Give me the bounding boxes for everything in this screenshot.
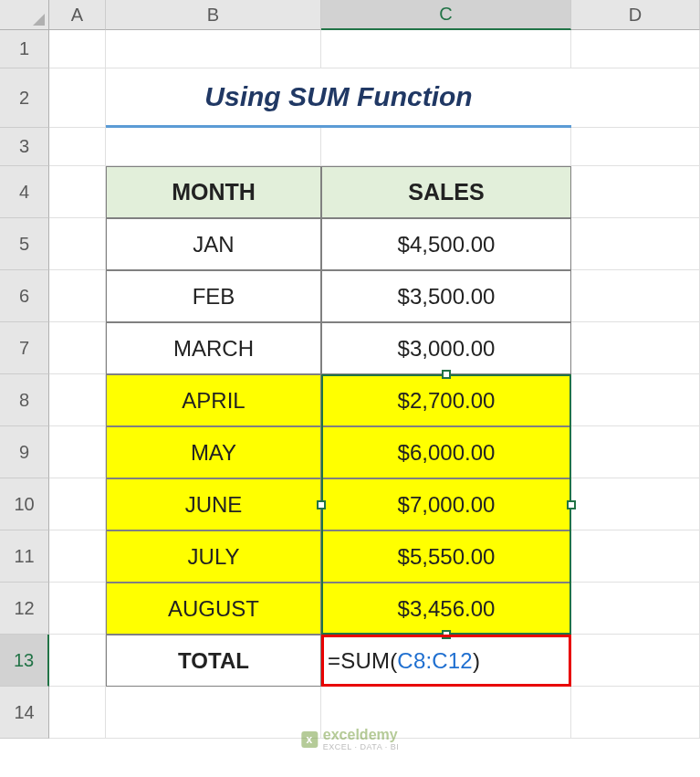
row-headers: 1 2 3 4 5 6 7 8 9 10 11 12 13 14 — [0, 30, 49, 739]
cell-B1[interactable] — [106, 30, 321, 68]
table-row[interactable]: $6,000.00 — [321, 426, 571, 478]
row-header-8[interactable]: 8 — [0, 374, 49, 426]
formula-prefix: =SUM( — [328, 648, 397, 674]
table-row[interactable]: $3,456.00 — [321, 583, 571, 635]
col-header-B[interactable]: B — [106, 0, 321, 30]
row-header-11[interactable]: 11 — [0, 530, 49, 583]
table-header-month[interactable]: MONTH — [106, 166, 321, 218]
formula-suffix: ) — [473, 648, 480, 674]
table-row[interactable]: JUNE — [106, 478, 321, 530]
table-row[interactable]: MARCH — [106, 322, 321, 374]
watermark-tagline: EXCEL · DATA · BI — [323, 743, 399, 751]
cell-D1[interactable] — [571, 30, 700, 68]
table-row[interactable]: FEB — [106, 270, 321, 322]
cell-A12[interactable] — [49, 583, 106, 635]
cell-D5[interactable] — [571, 218, 700, 270]
table-header-sales[interactable]: SALES — [321, 166, 571, 218]
cell-B3[interactable] — [106, 128, 321, 166]
row-header-1[interactable]: 1 — [0, 30, 49, 68]
table-row[interactable]: $3,000.00 — [321, 322, 571, 374]
cell-D11[interactable] — [571, 530, 700, 583]
cell-A5[interactable] — [49, 218, 106, 270]
cell-D2[interactable] — [571, 68, 700, 128]
table-row[interactable]: $7,000.00 — [321, 478, 571, 530]
cell-D8[interactable] — [571, 374, 700, 426]
cell-A9[interactable] — [49, 426, 106, 478]
cell-A11[interactable] — [49, 530, 106, 583]
cell-A3[interactable] — [49, 128, 106, 166]
row-header-13[interactable]: 13 — [0, 635, 49, 687]
title-cell[interactable]: Using SUM Function — [106, 68, 571, 128]
table-row[interactable]: AUGUST — [106, 583, 321, 635]
cell-D6[interactable] — [571, 270, 700, 322]
table-row[interactable]: JAN — [106, 218, 321, 270]
cell-A13[interactable] — [49, 635, 106, 687]
watermark-brand: exceldemy — [323, 727, 398, 742]
cell-A6[interactable] — [49, 270, 106, 322]
col-header-A[interactable]: A — [49, 0, 106, 30]
row-header-6[interactable]: 6 — [0, 270, 49, 322]
row-header-7[interactable]: 7 — [0, 322, 49, 374]
cell-area: Using SUM Function MONTH SALES JAN $4,50… — [49, 30, 700, 739]
row-header-9[interactable]: 9 — [0, 426, 49, 478]
table-row[interactable]: APRIL — [106, 374, 321, 426]
cell-A10[interactable] — [49, 478, 106, 530]
total-label-cell[interactable]: TOTAL — [106, 635, 321, 687]
row-header-14[interactable]: 14 — [0, 687, 49, 739]
cell-D10[interactable] — [571, 478, 700, 530]
cell-C1[interactable] — [321, 30, 571, 68]
cell-A14[interactable] — [49, 687, 106, 739]
col-header-C[interactable]: C — [321, 0, 571, 30]
cell-A4[interactable] — [49, 166, 106, 218]
cell-D7[interactable] — [571, 322, 700, 374]
cell-A8[interactable] — [49, 374, 106, 426]
col-header-D[interactable]: D — [571, 0, 700, 30]
row-header-10[interactable]: 10 — [0, 478, 49, 530]
table-row[interactable]: $4,500.00 — [321, 218, 571, 270]
row-header-3[interactable]: 3 — [0, 128, 49, 166]
row-header-4[interactable]: 4 — [0, 166, 49, 218]
table-row[interactable]: JULY — [106, 530, 321, 583]
row-header-12[interactable]: 12 — [0, 583, 49, 635]
cell-A7[interactable] — [49, 322, 106, 374]
cell-D12[interactable] — [571, 583, 700, 635]
cell-C3[interactable] — [321, 128, 571, 166]
formula-cell[interactable]: =SUM(C8:C12) — [321, 635, 571, 687]
table-row[interactable]: $3,500.00 — [321, 270, 571, 322]
cell-D13[interactable] — [571, 635, 700, 687]
cell-D4[interactable] — [571, 166, 700, 218]
cell-B14[interactable] — [106, 687, 321, 739]
select-all-corner[interactable] — [0, 0, 49, 30]
cell-D3[interactable] — [571, 128, 700, 166]
row-header-5[interactable]: 5 — [0, 218, 49, 270]
table-row[interactable]: $2,700.00 — [321, 374, 571, 426]
cell-D14[interactable] — [571, 687, 700, 739]
cell-D9[interactable] — [571, 426, 700, 478]
logo-icon: x — [301, 731, 318, 748]
column-headers: A B C D — [49, 0, 700, 30]
table-row[interactable]: MAY — [106, 426, 321, 478]
row-header-2[interactable]: 2 — [0, 68, 49, 128]
table-row[interactable]: $5,550.00 — [321, 530, 571, 583]
cell-A2[interactable] — [49, 68, 106, 128]
formula-ref: C8:C12 — [397, 648, 473, 674]
watermark: x exceldemy EXCEL · DATA · BI — [301, 727, 399, 751]
cell-A1[interactable] — [49, 30, 106, 68]
